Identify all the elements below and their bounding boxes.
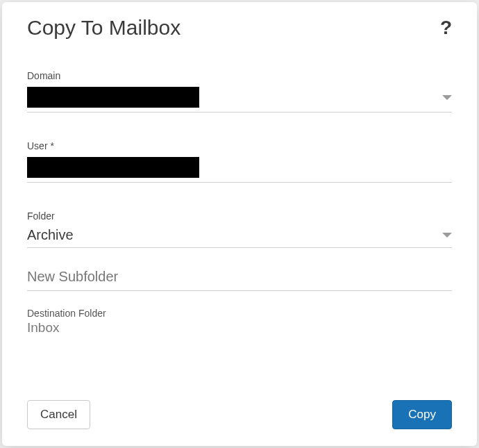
folder-label: Folder	[27, 210, 452, 222]
user-label: User *	[27, 140, 452, 151]
copy-button[interactable]: Copy	[392, 400, 452, 429]
domain-label: Domain	[27, 70, 452, 81]
destination-field: Destination Folder Inbox	[27, 308, 452, 335]
user-value-redacted	[27, 157, 199, 178]
user-input[interactable]	[27, 154, 452, 183]
user-field: User *	[27, 140, 452, 183]
folder-field: Folder Archive	[27, 210, 452, 248]
domain-field: Domain	[27, 70, 452, 113]
new-subfolder-field	[27, 269, 452, 291]
cancel-button[interactable]: Cancel	[27, 400, 90, 429]
destination-value: Inbox	[27, 320, 452, 335]
dialog-header: Copy To Mailbox ?	[27, 16, 452, 40]
folder-select[interactable]: Archive	[27, 224, 452, 248]
chevron-down-icon	[442, 95, 452, 100]
domain-select[interactable]	[27, 84, 452, 113]
chevron-down-icon	[442, 233, 452, 238]
copy-to-mailbox-dialog: Copy To Mailbox ? Domain User * Folder A…	[2, 2, 477, 446]
help-icon[interactable]: ?	[440, 17, 452, 39]
dialog-title: Copy To Mailbox	[27, 16, 180, 40]
folder-value: Archive	[27, 227, 74, 243]
new-subfolder-input[interactable]	[27, 269, 452, 285]
domain-value-redacted	[27, 87, 199, 108]
destination-label: Destination Folder	[27, 308, 452, 319]
dialog-footer: Cancel Copy	[27, 386, 452, 429]
